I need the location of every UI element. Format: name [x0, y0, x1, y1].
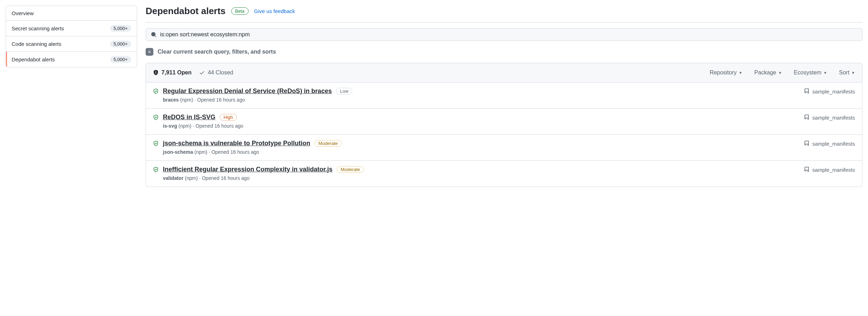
sidebar-item-code-scanning[interactable]: Code scanning alerts 5,000+ [6, 36, 137, 52]
search-input[interactable] [160, 31, 857, 38]
repo-icon [804, 89, 809, 94]
alert-meta: is-svg (npm) · Opened 16 hours ago [163, 123, 243, 129]
alert-repo[interactable]: sample_manifests [804, 114, 855, 129]
alert-ecosystem: (npm) [185, 175, 198, 181]
alert-row-left: ReDOS in IS-SVGHighis-svg (npm) · Opened… [153, 114, 243, 129]
caret-down-icon: ▼ [739, 71, 742, 75]
alert-repo[interactable]: sample_manifests [804, 166, 855, 181]
sidebar-item-count: 5,000+ [110, 41, 131, 47]
shield-check-icon [153, 141, 159, 146]
alert-package: is-svg [163, 123, 177, 129]
side-menu: Overview Secret scanning alerts 5,000+ C… [6, 6, 137, 67]
shield-check-icon [153, 115, 159, 120]
alert-ecosystem: (npm) [178, 123, 191, 129]
alert-row-left: Inefficient Regular Expression Complexit… [153, 166, 364, 181]
caret-down-icon: ▼ [778, 71, 782, 75]
alert-package: validator [163, 175, 183, 181]
search-bar[interactable] [146, 28, 862, 41]
alert-row-left: json-schema is vulnerable to Prototype P… [153, 140, 342, 155]
alert-title[interactable]: Inefficient Regular Expression Complexit… [163, 166, 332, 173]
alert-repo[interactable]: sample_manifests [804, 87, 855, 103]
alert-opened: Opened 16 hours ago [196, 123, 243, 129]
closed-tab-label: 44 Closed [208, 69, 233, 76]
sidebar-item-overview[interactable]: Overview [6, 6, 137, 21]
filter-ecosystem[interactable]: Ecosystem ▼ [794, 69, 827, 76]
filter-label: Repository [710, 69, 736, 76]
severity-badge: Moderate [314, 140, 342, 147]
alert-row[interactable]: Inefficient Regular Expression Complexit… [146, 161, 862, 187]
page-header: Dependabot alerts Beta Give us feedback [146, 6, 862, 23]
severity-badge: Low [336, 88, 352, 95]
repo-icon [804, 141, 809, 146]
page-title: Dependabot alerts [146, 6, 226, 17]
alert-package: json-schema [163, 149, 193, 155]
alert-repo[interactable]: sample_manifests [804, 140, 855, 155]
beta-badge: Beta [231, 7, 249, 15]
alert-row-body: json-schema is vulnerable to Prototype P… [163, 140, 342, 155]
alert-opened: Opened 16 hours ago [212, 149, 259, 155]
alert-row[interactable]: json-schema is vulnerable to Prototype P… [146, 135, 862, 161]
sidebar-item-count: 5,000+ [110, 25, 131, 32]
alert-title-line: Inefficient Regular Expression Complexit… [163, 166, 364, 173]
clear-filters-label: Clear current search query, filters, and… [158, 49, 276, 55]
severity-badge: Moderate [337, 166, 364, 173]
closed-tab[interactable]: 44 Closed [199, 69, 233, 76]
alert-ecosystem: (npm) [180, 97, 193, 103]
main-content: Dependabot alerts Beta Give us feedback … [146, 6, 862, 187]
filter-package[interactable]: Package ▼ [754, 69, 782, 76]
filter-dropdowns: Repository ▼ Package ▼ Ecosystem ▼ Sort … [710, 69, 855, 76]
alert-row[interactable]: Regular Expression Denial of Service (Re… [146, 83, 862, 109]
alert-title[interactable]: ReDOS in IS-SVG [163, 114, 215, 121]
filter-sort[interactable]: Sort ▼ [839, 69, 855, 76]
alerts-list: 7,911 Open 44 Closed Repository ▼ Packag… [146, 63, 862, 187]
search-icon [151, 32, 157, 37]
alert-repo-name: sample_manifests [812, 115, 855, 121]
alert-row-body: Regular Expression Denial of Service (Re… [163, 87, 352, 103]
filter-label: Ecosystem [794, 69, 821, 76]
sidebar-item-dependabot[interactable]: Dependabot alerts 5,000+ [6, 52, 137, 67]
alert-opened: Opened 16 hours ago [197, 97, 245, 103]
filter-repository[interactable]: Repository ▼ [710, 69, 742, 76]
state-tabs: 7,911 Open 44 Closed [153, 69, 233, 76]
shield-check-icon [153, 167, 159, 172]
alert-row[interactable]: ReDOS in IS-SVGHighis-svg (npm) · Opened… [146, 109, 862, 135]
severity-badge: High [220, 114, 237, 121]
sidebar-item-label: Code scanning alerts [12, 41, 61, 47]
alert-row-body: ReDOS in IS-SVGHighis-svg (npm) · Opened… [163, 114, 243, 129]
alerts-list-header: 7,911 Open 44 Closed Repository ▼ Packag… [146, 63, 862, 83]
alert-meta: validator (npm) · Opened 16 hours ago [163, 175, 364, 181]
caret-down-icon: ▼ [824, 71, 827, 75]
close-icon [146, 48, 153, 56]
alert-opened: Opened 16 hours ago [202, 175, 249, 181]
sidebar-item-label: Dependabot alerts [12, 56, 55, 62]
alert-title[interactable]: Regular Expression Denial of Service (Re… [163, 87, 332, 95]
alert-title-line: ReDOS in IS-SVGHigh [163, 114, 243, 121]
sidebar-item-secret-scanning[interactable]: Secret scanning alerts 5,000+ [6, 21, 137, 36]
alert-title-line: Regular Expression Denial of Service (Re… [163, 87, 352, 95]
open-tab-label: 7,911 Open [161, 69, 191, 76]
alert-repo-name: sample_manifests [812, 167, 855, 173]
sidebar-item-count: 5,000+ [110, 56, 131, 63]
shield-check-icon [153, 89, 159, 94]
alert-ecosystem: (npm) [194, 149, 207, 155]
alert-row-left: Regular Expression Denial of Service (Re… [153, 87, 352, 103]
alert-title[interactable]: json-schema is vulnerable to Prototype P… [163, 140, 310, 147]
alert-title-line: json-schema is vulnerable to Prototype P… [163, 140, 342, 147]
check-icon [199, 70, 205, 75]
clear-filters-button[interactable]: Clear current search query, filters, and… [146, 48, 862, 56]
alert-package: braces [163, 97, 179, 103]
sidebar-item-label: Secret scanning alerts [12, 25, 64, 31]
alert-row-body: Inefficient Regular Expression Complexit… [163, 166, 364, 181]
sidebar-item-label: Overview [12, 10, 34, 16]
open-tab[interactable]: 7,911 Open [153, 69, 191, 76]
alert-meta: braces (npm) · Opened 16 hours ago [163, 97, 352, 103]
alert-repo-name: sample_manifests [812, 141, 855, 147]
sidebar: Overview Secret scanning alerts 5,000+ C… [6, 6, 137, 187]
shield-icon [153, 70, 159, 75]
caret-down-icon: ▼ [851, 71, 855, 75]
alert-repo-name: sample_manifests [812, 89, 855, 95]
feedback-link[interactable]: Give us feedback [254, 8, 295, 14]
alert-meta: json-schema (npm) · Opened 16 hours ago [163, 149, 342, 155]
repo-icon [804, 115, 809, 120]
filter-label: Sort [839, 69, 849, 76]
